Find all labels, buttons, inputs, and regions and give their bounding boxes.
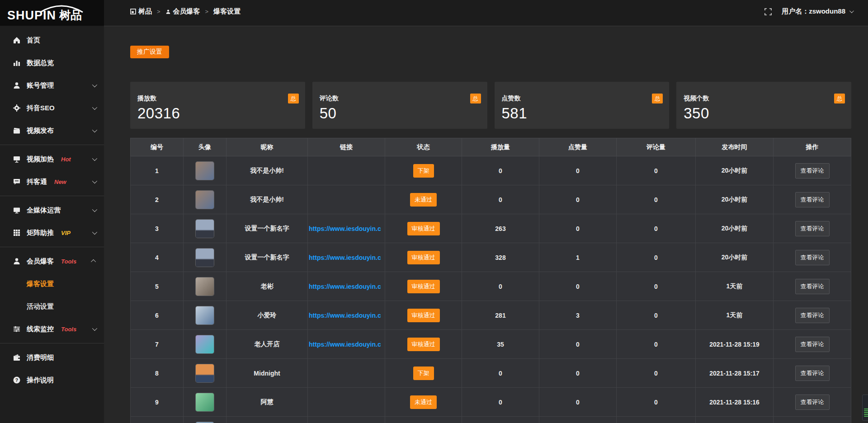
cell-likes: 0 xyxy=(539,388,617,417)
cell-publish-time xyxy=(696,417,774,423)
sidebar-item-douyin-seo[interactable]: 抖音SEO xyxy=(0,97,104,119)
sidebar-item-consumption-details[interactable]: 消费明细 xyxy=(0,346,104,369)
sidebar-item-all-media-operation[interactable]: 全媒体运营 xyxy=(0,199,104,221)
stat-card-header: 播放数总 xyxy=(137,94,299,103)
stat-card-value: 350 xyxy=(684,105,845,122)
table-row: 8Midnight下架0002021-11-28 15:17查看评论 xyxy=(131,359,851,388)
cell-avatar xyxy=(184,185,226,214)
breadcrumb-label: 会员爆客 xyxy=(173,7,200,16)
cell-status xyxy=(385,417,462,423)
cell-plays: 0 xyxy=(462,388,539,417)
user-icon xyxy=(165,9,171,14)
cell-status: 下架 xyxy=(385,359,462,388)
topbar-right: 用户名：zswodun88 xyxy=(764,7,853,16)
view-comments-button[interactable]: 查看评论 xyxy=(795,308,830,323)
sidebar-badge-tools: Tools xyxy=(61,258,76,265)
avatar xyxy=(196,220,214,238)
sidebar-subitem-label: 爆客设置 xyxy=(27,280,54,288)
cell-action: 查看评论 xyxy=(774,330,851,359)
video-link[interactable]: https://www.iesdouyin.c xyxy=(308,225,385,232)
table-row: 6小爱玲https://www.iesdouyin.c审核通过281301天前查… xyxy=(131,301,851,330)
sidebar-item-home[interactable]: 首页 xyxy=(0,29,104,52)
avatar xyxy=(196,191,214,209)
stat-card-header: 评论数总 xyxy=(320,94,481,103)
clue-monitoring-icon xyxy=(13,325,21,333)
sidebar-item-clue-monitoring[interactable]: 线索监控Tools xyxy=(0,318,104,340)
table-row: 5老彬https://www.iesdouyin.c审核通过0001天前查看评论 xyxy=(131,272,851,301)
floating-widget[interactable] xyxy=(862,395,868,421)
chevron-up-icon xyxy=(91,259,96,264)
sidebar-item-label: 视频加热 xyxy=(27,155,54,164)
cell-nickname: 我不是小帅! xyxy=(226,156,308,185)
cell-number: 3 xyxy=(131,214,184,243)
video-link[interactable]: https://www.iesdouyin.c xyxy=(308,341,385,348)
stats-cards: 播放数总20316评论数总50点赞数总581视频个数总350 xyxy=(130,82,851,129)
matrix-boost-icon xyxy=(13,229,21,237)
view-comments-button[interactable]: 查看评论 xyxy=(795,395,830,410)
cell-likes: 3 xyxy=(539,301,617,330)
breadcrumb: 树品>会员爆客>爆客设置 xyxy=(130,7,241,16)
sidebar-item-member-baoke[interactable]: 会员爆客Tools xyxy=(0,250,104,273)
topbar: 树品>会员爆客>爆客设置 用户名：zswodun88 xyxy=(104,0,868,26)
sidebar-subitem-baoke-settings[interactable]: 爆客设置 xyxy=(0,273,104,295)
promo-settings-button[interactable]: 推广设置 xyxy=(130,46,169,58)
sidebar-item-video-publish[interactable]: 视频发布 xyxy=(0,119,104,142)
cell-status: 审核通过 xyxy=(385,272,462,301)
cell-avatar xyxy=(184,301,226,330)
sidebar-item-video-heating[interactable]: 视频加热Hot xyxy=(0,148,104,170)
chevron-down-icon xyxy=(92,127,97,132)
cell-plays: 0 xyxy=(462,156,539,185)
sidebar-subitem-activity-settings[interactable]: 活动设置 xyxy=(0,295,104,318)
sidebar-item-operation-guide[interactable]: ?操作说明 xyxy=(0,369,104,391)
sidebar-item-label: 会员爆客 xyxy=(27,257,54,266)
view-comments-button[interactable]: 查看评论 xyxy=(795,366,830,381)
view-comments-button[interactable]: 查看评论 xyxy=(795,337,830,352)
video-link[interactable]: https://www.iesdouyin.c xyxy=(308,312,385,319)
column-header-6: 播放量 xyxy=(462,138,539,156)
sidebar-item-matrix-boost[interactable]: 矩阵助推VIP xyxy=(0,221,104,244)
cell-plays: 0 xyxy=(462,185,539,214)
cell-number xyxy=(131,417,184,423)
status-badge: 审核通过 xyxy=(407,338,440,351)
cell-action: 查看评论 xyxy=(774,272,851,301)
breadcrumb-item-1[interactable]: 树品 xyxy=(130,7,152,16)
status-badge: 下架 xyxy=(413,367,434,380)
sidebar-item-label: 视频发布 xyxy=(27,127,54,135)
cell-publish-time: 20小时前 xyxy=(696,214,774,243)
cell-likes xyxy=(539,417,617,423)
chevron-down-icon xyxy=(92,105,97,110)
sidebar-menu: 首页数据总览账号管理抖音SEO视频发布视频加热Hot抖客通New全媒体运营矩阵助… xyxy=(0,26,104,391)
breadcrumb-item-2[interactable]: 会员爆客 xyxy=(165,7,200,16)
cell-link xyxy=(308,359,385,388)
view-comments-button[interactable]: 查看评论 xyxy=(795,221,830,236)
avatar xyxy=(196,306,214,324)
view-comments-button[interactable]: 查看评论 xyxy=(795,192,830,207)
breadcrumb-label: 爆客设置 xyxy=(213,7,241,16)
breadcrumb-label: 树品 xyxy=(138,7,152,16)
cell-action: 查看评论 xyxy=(774,214,851,243)
cell-nickname: 设置一个新名字 xyxy=(226,214,308,243)
sidebar-item-account-management[interactable]: 账号管理 xyxy=(0,74,104,97)
sidebar-divider xyxy=(0,247,104,247)
sidebar: SHUPIN 树品 首页数据总览账号管理抖音SEO视频发布视频加热Hot抖客通N… xyxy=(0,0,104,423)
sidebar-item-data-overview[interactable]: 数据总览 xyxy=(0,52,104,74)
user-menu[interactable]: 用户名：zswodun88 xyxy=(782,7,853,16)
account-management-icon xyxy=(13,81,21,89)
cell-status: 未通过 xyxy=(385,388,462,417)
cell-comments: 0 xyxy=(617,156,696,185)
cell-likes: 0 xyxy=(539,330,617,359)
chevron-down-icon xyxy=(92,179,97,183)
fullscreen-icon[interactable] xyxy=(764,8,772,15)
stat-card-3: 点赞数总581 xyxy=(495,82,670,129)
sidebar-item-douketong[interactable]: 抖客通New xyxy=(0,170,104,193)
view-comments-button[interactable]: 查看评论 xyxy=(795,279,830,294)
video-heating-icon xyxy=(13,155,21,163)
cell-nickname: 我不是小帅! xyxy=(226,185,308,214)
view-comments-button[interactable]: 查看评论 xyxy=(795,250,830,265)
app-logo[interactable]: SHUPIN 树品 xyxy=(0,0,104,26)
video-link[interactable]: https://www.iesdouyin.c xyxy=(308,283,385,290)
video-link[interactable]: https://www.iesdouyin.c xyxy=(308,254,385,261)
view-comments-button[interactable]: 查看评论 xyxy=(795,163,830,179)
video-publish-icon xyxy=(13,127,21,135)
column-header-8: 评论量 xyxy=(617,138,696,156)
